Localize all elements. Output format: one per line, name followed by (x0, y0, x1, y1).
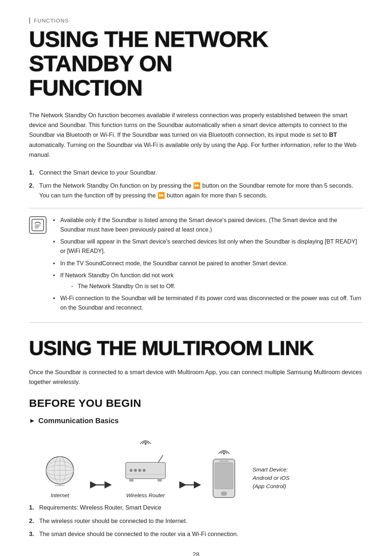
svg-rect-25 (158, 479, 162, 482)
internet-label: Internet (51, 492, 69, 498)
svg-line-18 (158, 455, 163, 462)
note-sub-item: The Network Standby On is set to Off. (71, 282, 363, 291)
arrow-icon-2 (173, 479, 208, 490)
comm-basics-heading: ► Communication Basics (29, 417, 363, 425)
functions-label: FUNCTIONS (29, 17, 363, 24)
svg-rect-32 (215, 463, 233, 489)
internet-diagram-item: Internet (36, 449, 83, 498)
step2-2: 2. The wireless router should be connect… (29, 516, 363, 526)
multiroom-intro: Once the Soundbar is connected to a smar… (29, 367, 363, 387)
note-item-4: If Network Standby On function did not w… (53, 271, 363, 291)
svg-rect-34 (221, 492, 227, 495)
smart-device-diagram-item (208, 446, 240, 498)
router-diagram-item: Wireless Router (118, 436, 173, 498)
note-item-2: Soundbar will appear in the Smart device… (53, 237, 363, 255)
steps-list-2: 1. Requirements: Wireless Router, Smart … (29, 503, 363, 539)
svg-point-22 (143, 469, 146, 472)
svg-point-21 (138, 469, 141, 472)
note-icon (29, 216, 46, 234)
intro-paragraph: The Network Standby On function becomes … (29, 110, 363, 160)
svg-point-16 (145, 443, 147, 445)
step-1: 1. Connect the Smart device to your Soun… (29, 168, 363, 177)
section-title-network-standby: USING THE NETWORK STANDBY ON FUNCTION (29, 27, 363, 100)
before-you-begin-heading: BEFORE YOU BEGIN (29, 397, 363, 409)
section-title-multiroom: USING THE MULTIROOM LINK (29, 337, 363, 359)
smart-device-label: Smart Device: Android or iOS (App Contro… (253, 465, 290, 491)
step2-3: 3. The smart device should be connected … (29, 529, 363, 539)
step2-1: 1. Requirements: Wireless Router, Smart … (29, 503, 363, 512)
svg-point-19 (130, 469, 132, 472)
steps-list-1: 1. Connect the Smart device to your Soun… (29, 168, 363, 200)
router-icon (118, 449, 173, 488)
svg-point-30 (223, 453, 225, 455)
router-label: Wireless Router (126, 492, 165, 498)
svg-rect-33 (219, 461, 229, 462)
note-item-3: In the TV SoundConnect mode, the Soundba… (53, 259, 363, 268)
note-item-5: Wi-Fi connection to the Soundbar will be… (53, 294, 363, 312)
internet-icon (36, 449, 83, 488)
page-number: 28 (0, 551, 392, 556)
arrow-right-icon: ► (29, 417, 36, 425)
arrow-icon-1 (83, 479, 118, 490)
step-2: 2. Turn the Network Standby On function … (29, 181, 363, 200)
note-item-1: Available only if the Soundbar is listed… (53, 216, 363, 234)
note-content: Available only if the Soundbar is listed… (53, 216, 363, 315)
svg-point-20 (134, 469, 137, 472)
svg-rect-24 (129, 479, 134, 482)
note-box: Available only if the Soundbar is listed… (29, 208, 363, 323)
phone-icon (208, 458, 240, 498)
